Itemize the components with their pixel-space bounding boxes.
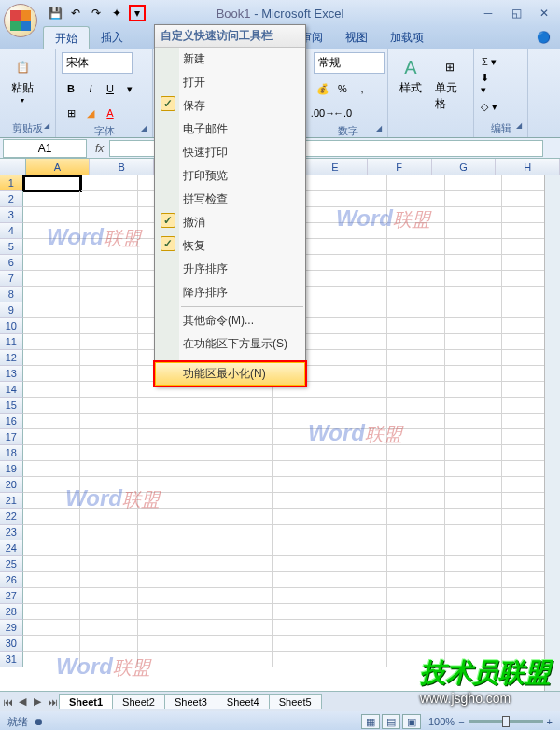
sheet-tab[interactable]: Sheet2: [112, 694, 165, 709]
row-header[interactable]: 30: [0, 636, 23, 652]
cell[interactable]: [138, 461, 272, 477]
cell[interactable]: [80, 207, 138, 223]
cell[interactable]: [387, 525, 445, 540]
number-format-box[interactable]: 常规: [314, 52, 385, 74]
row-header[interactable]: 14: [0, 382, 23, 398]
row-header[interactable]: 9: [0, 302, 23, 318]
cell[interactable]: [387, 493, 445, 509]
cell[interactable]: [80, 239, 138, 255]
cell[interactable]: [80, 493, 138, 509]
zoom-in-button[interactable]: +: [547, 716, 553, 727]
cell[interactable]: [80, 429, 138, 445]
cell[interactable]: [23, 350, 81, 366]
cell[interactable]: [329, 652, 387, 667]
cell[interactable]: [445, 461, 503, 477]
cell[interactable]: [445, 540, 503, 556]
cell[interactable]: [445, 414, 503, 429]
cell[interactable]: [329, 572, 387, 588]
cell[interactable]: [387, 636, 445, 652]
cell[interactable]: [387, 334, 445, 350]
cell[interactable]: [80, 652, 138, 667]
styles-button[interactable]: A 样式: [394, 52, 427, 98]
normal-view-button[interactable]: ▦: [361, 714, 380, 729]
comma-button[interactable]: ,: [353, 79, 371, 98]
cell[interactable]: [138, 652, 272, 667]
cell[interactable]: [445, 350, 503, 366]
cell[interactable]: [329, 223, 387, 239]
cell[interactable]: [445, 477, 503, 493]
cell[interactable]: [445, 207, 503, 223]
cell[interactable]: [329, 540, 387, 556]
row-header[interactable]: 25: [0, 556, 23, 572]
menu-item[interactable]: 打印预览: [155, 164, 305, 188]
cell[interactable]: [445, 334, 503, 350]
menu-more-commands[interactable]: 其他命令(M)...: [155, 309, 305, 332]
row-header[interactable]: 26: [0, 572, 23, 588]
row-header[interactable]: 23: [0, 525, 23, 540]
bold-button[interactable]: B: [62, 79, 80, 98]
cell[interactable]: [23, 540, 81, 556]
cell[interactable]: [23, 620, 81, 636]
cell[interactable]: [329, 334, 387, 350]
cell[interactable]: [23, 318, 81, 334]
cell[interactable]: [387, 302, 445, 318]
cell[interactable]: [387, 207, 445, 223]
cell[interactable]: [273, 652, 330, 667]
cell[interactable]: [329, 493, 387, 509]
cell[interactable]: [80, 620, 138, 636]
row-header[interactable]: 13: [0, 366, 23, 382]
help-icon[interactable]: 🔵: [537, 26, 551, 49]
cell[interactable]: [80, 540, 138, 556]
cell[interactable]: [138, 620, 272, 636]
cell[interactable]: [387, 414, 445, 429]
cell[interactable]: [387, 175, 445, 191]
cell[interactable]: [23, 636, 81, 652]
cell[interactable]: [80, 509, 138, 525]
zoom-slider[interactable]: [469, 720, 543, 723]
cell[interactable]: [23, 207, 81, 223]
vertical-scrollbar[interactable]: [544, 175, 560, 691]
cell[interactable]: [387, 366, 445, 382]
sheet-tab[interactable]: Sheet4: [217, 694, 270, 709]
menu-item[interactable]: 电子邮件: [155, 118, 305, 141]
cell[interactable]: [80, 287, 138, 302]
cell[interactable]: [80, 572, 138, 588]
cell[interactable]: [23, 477, 81, 493]
cell[interactable]: [80, 318, 138, 334]
cell[interactable]: [80, 477, 138, 493]
cell[interactable]: [138, 477, 272, 493]
cell[interactable]: [23, 271, 81, 287]
row-header[interactable]: 10: [0, 318, 23, 334]
cell[interactable]: [445, 636, 503, 652]
cell[interactable]: [138, 414, 272, 429]
zoom-level[interactable]: 100%: [428, 716, 455, 727]
select-all-corner[interactable]: [0, 159, 26, 175]
font-name-box[interactable]: 宋体: [62, 52, 133, 74]
cell[interactable]: [23, 429, 81, 445]
menu-item[interactable]: 升序排序: [155, 258, 305, 281]
cell[interactable]: [80, 271, 138, 287]
cell[interactable]: [329, 382, 387, 398]
cell[interactable]: [80, 223, 138, 239]
tab-insert[interactable]: 插入: [90, 26, 134, 49]
cell[interactable]: [273, 620, 330, 636]
cell[interactable]: [387, 318, 445, 334]
page-layout-view-button[interactable]: ▤: [382, 714, 400, 729]
cell[interactable]: [273, 556, 330, 572]
cells-button[interactable]: ⊞ 单元格: [431, 52, 468, 114]
row-header[interactable]: 11: [0, 334, 23, 350]
cell[interactable]: [80, 350, 138, 366]
decrease-decimal-button[interactable]: ←.0: [333, 104, 352, 122]
cell[interactable]: [273, 636, 330, 652]
menu-show-below[interactable]: 在功能区下方显示(S): [155, 332, 305, 356]
cell[interactable]: [387, 620, 445, 636]
cell[interactable]: [80, 255, 138, 271]
cell[interactable]: [445, 255, 503, 271]
cell[interactable]: [23, 175, 81, 191]
save-icon[interactable]: 💾: [47, 5, 63, 21]
cell[interactable]: [387, 223, 445, 239]
cell[interactable]: [273, 461, 330, 477]
cell[interactable]: [23, 461, 81, 477]
cell[interactable]: [23, 239, 81, 255]
cell[interactable]: [23, 509, 81, 525]
